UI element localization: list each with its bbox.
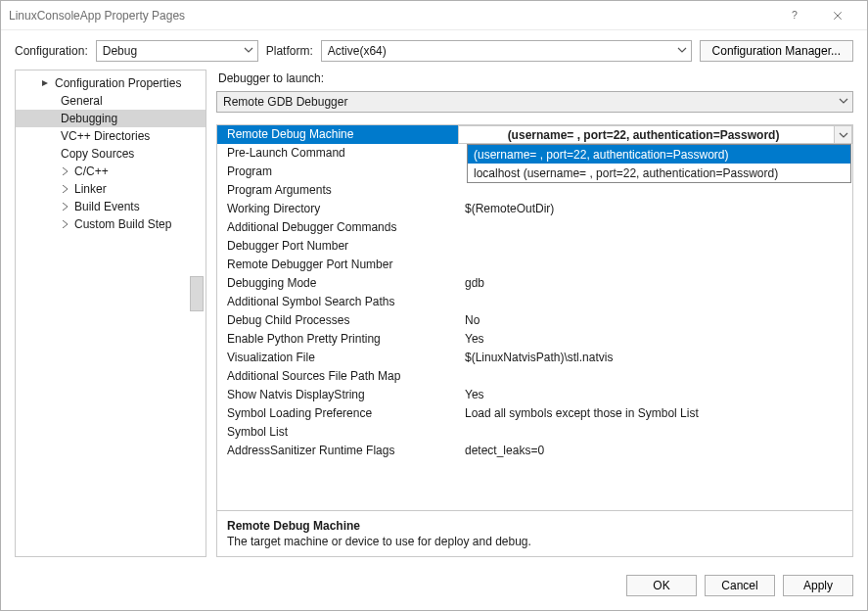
debugger-launch-select[interactable]: Remote GDB Debugger: [216, 91, 853, 113]
property-name: Program Arguments: [217, 181, 458, 200]
configuration-manager-button[interactable]: Configuration Manager...: [700, 40, 853, 62]
platform-label: Platform:: [266, 44, 313, 58]
property-name: Symbol List: [217, 423, 458, 442]
property-value-combo[interactable]: (username= , port=22, authentication=Pas…: [458, 125, 852, 144]
tree-item-label: Custom Build Step: [74, 217, 171, 231]
property-row[interactable]: Enable Python Pretty PrintingYes: [217, 330, 852, 349]
configuration-label: Configuration:: [15, 44, 88, 58]
titlebar: LinuxConsoleApp Property Pages ?: [1, 1, 867, 30]
property-row[interactable]: Additional Debugger Commands: [217, 218, 852, 237]
property-name: Additional Sources File Path Map: [217, 367, 458, 386]
tree-item-label: Debugging: [61, 112, 117, 125]
property-name: Additional Debugger Commands: [217, 218, 458, 237]
property-value[interactable]: [458, 423, 852, 442]
tree-root-label: Configuration Properties: [55, 76, 181, 90]
property-name: Show Natvis DisplayString: [217, 386, 458, 404]
tree-item-label: Build Events: [74, 200, 140, 213]
property-value[interactable]: $(RemoteOutDir): [458, 200, 852, 218]
chevron-down-icon: [244, 44, 253, 58]
close-icon[interactable]: [816, 2, 859, 29]
property-row[interactable]: Remote Debugger Port Number: [217, 256, 852, 274]
tree-item-label: Linker: [74, 182, 107, 196]
property-name: Debug Child Processes: [217, 311, 458, 330]
property-row-selected[interactable]: Remote Debug Machine (username= , port=2…: [217, 125, 852, 144]
configuration-tree[interactable]: Configuration Properties General Debuggi…: [15, 70, 206, 557]
property-value[interactable]: [458, 256, 852, 274]
tree-item-buildevents[interactable]: Build Events: [16, 198, 206, 215]
dropdown-option-label: (username= , port=22, authentication=Pas…: [474, 148, 728, 162]
property-name: Working Directory: [217, 200, 458, 218]
dropdown-option[interactable]: (username= , port=22, authentication=Pas…: [468, 145, 850, 164]
property-name: Remote Debug Machine: [217, 125, 458, 144]
property-value[interactable]: [458, 293, 852, 311]
dropdown-option[interactable]: localhost (username= , port=22, authenti…: [468, 164, 850, 182]
tree-root[interactable]: Configuration Properties: [16, 74, 206, 92]
property-value[interactable]: [458, 218, 852, 237]
property-value[interactable]: [458, 367, 852, 386]
property-row[interactable]: Symbol Loading PreferenceLoad all symbol…: [217, 404, 852, 423]
property-value[interactable]: detect_leaks=0: [458, 442, 852, 460]
platform-value: Active(x64): [328, 44, 387, 58]
property-name: Enable Python Pretty Printing: [217, 330, 458, 349]
property-row[interactable]: Visualization File$(LinuxNatvisPath)\stl…: [217, 349, 852, 367]
body: Configuration Properties General Debuggi…: [1, 70, 867, 565]
property-row[interactable]: Working Directory$(RemoteOutDir): [217, 200, 852, 218]
property-name: Debugging Mode: [217, 274, 458, 293]
tree-item-custombuildstep[interactable]: Custom Build Step: [16, 215, 206, 233]
main-panel: Debugger to launch: Remote GDB Debugger …: [216, 70, 853, 557]
tree-item-label: General: [61, 94, 103, 108]
tree-item-debugging[interactable]: Debugging: [16, 110, 206, 127]
tree-item-ccpp[interactable]: C/C++: [16, 163, 206, 180]
expander-closed-icon: [61, 200, 70, 213]
tree-item-general[interactable]: General: [16, 92, 206, 110]
property-row[interactable]: Show Natvis DisplayStringYes: [217, 386, 852, 404]
property-row[interactable]: Debug Child ProcessesNo: [217, 311, 852, 330]
property-value[interactable]: [458, 181, 852, 200]
property-row[interactable]: AddressSanitizer Runtime Flagsdetect_lea…: [217, 442, 852, 460]
property-row[interactable]: Additional Symbol Search Paths: [217, 293, 852, 311]
property-value[interactable]: Yes: [458, 330, 852, 349]
chevron-down-icon: [677, 44, 687, 58]
tree-item-copysources[interactable]: Copy Sources: [16, 145, 206, 163]
remote-machine-dropdown[interactable]: (username= , port=22, authentication=Pas…: [467, 144, 851, 183]
dialog-footer: OK Cancel Apply: [1, 565, 867, 610]
tree-item-label: C/C++: [74, 164, 109, 178]
property-pages-window: LinuxConsoleApp Property Pages ? Configu…: [0, 0, 868, 611]
sidebar-scrollbar[interactable]: [190, 276, 204, 311]
configuration-toolbar: Configuration: Debug Platform: Active(x6…: [1, 30, 867, 70]
description-title: Remote Debug Machine: [227, 519, 843, 533]
property-description: Remote Debug Machine The target machine …: [217, 510, 852, 556]
property-value[interactable]: No: [458, 311, 852, 330]
configuration-select[interactable]: Debug: [96, 40, 258, 62]
property-row[interactable]: Program Arguments: [217, 181, 852, 200]
property-value[interactable]: $(LinuxNatvisPath)\stl.natvis: [458, 349, 852, 367]
ok-button[interactable]: OK: [626, 575, 697, 596]
tree-item-label: Copy Sources: [61, 147, 134, 161]
debugger-launch-label: Debugger to launch:: [216, 70, 853, 91]
chevron-down-icon: [839, 95, 848, 109]
window-title: LinuxConsoleApp Property Pages: [9, 9, 773, 23]
property-name: Pre-Launch Command: [217, 144, 458, 163]
configuration-value: Debug: [103, 44, 137, 58]
property-name: Debugger Port Number: [217, 237, 458, 256]
tree-item-linker[interactable]: Linker: [16, 180, 206, 198]
property-value[interactable]: Load all symbols except those in Symbol …: [458, 404, 852, 423]
platform-select[interactable]: Active(x64): [321, 40, 692, 62]
property-value[interactable]: gdb: [458, 274, 852, 293]
property-grid-body[interactable]: Remote Debug Machine (username= , port=2…: [217, 125, 852, 510]
property-value[interactable]: [458, 237, 852, 256]
tree-item-vcdirs[interactable]: VC++ Directories: [16, 127, 206, 145]
property-row[interactable]: Symbol List: [217, 423, 852, 442]
property-row[interactable]: Additional Sources File Path Map: [217, 367, 852, 386]
property-name: AddressSanitizer Runtime Flags: [217, 442, 458, 460]
help-icon[interactable]: ?: [773, 2, 816, 29]
property-row[interactable]: Debugging Modegdb: [217, 274, 852, 293]
apply-button[interactable]: Apply: [783, 575, 853, 596]
property-value[interactable]: Yes: [458, 386, 852, 404]
chevron-down-icon[interactable]: [834, 126, 851, 143]
expander-closed-icon: [61, 182, 70, 196]
property-name: Visualization File: [217, 349, 458, 367]
property-row[interactable]: Debugger Port Number: [217, 237, 852, 256]
cancel-button[interactable]: Cancel: [705, 575, 775, 596]
debugger-launch-value: Remote GDB Debugger: [223, 95, 347, 109]
